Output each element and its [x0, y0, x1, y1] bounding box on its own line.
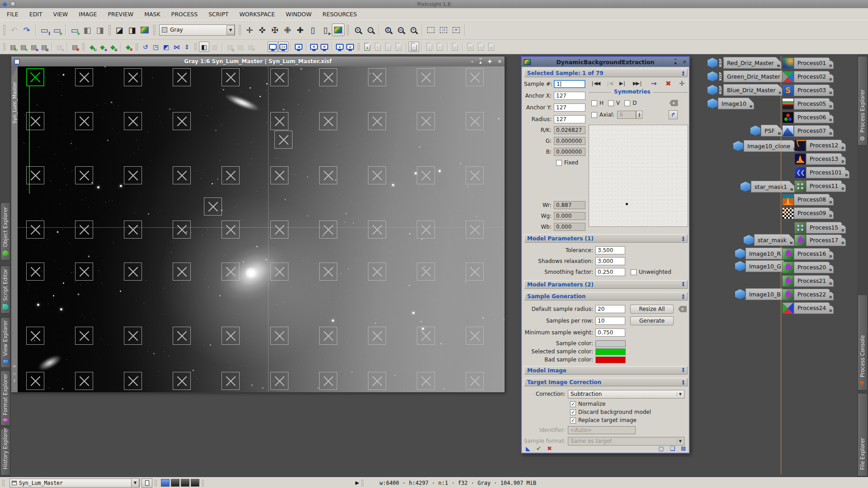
apply-icon[interactable]: ✔ [536, 445, 541, 452]
clear-samples-icon[interactable]: ✕ [678, 306, 687, 312]
dbe-sample-box[interactable] [173, 112, 191, 130]
readout-swatch-active[interactable] [161, 479, 170, 487]
shade-icon[interactable]: ▔▲ [479, 60, 481, 63]
screen-danger-icon[interactable]: ◉ [335, 42, 345, 52]
sample-number-input[interactable]: 1 [554, 80, 585, 88]
center-image-icon[interactable]: ✛ [243, 23, 256, 36]
file-add-icon[interactable]: + [383, 42, 393, 52]
dbe-sample-box[interactable] [75, 112, 93, 130]
dbe-sample-box[interactable] [173, 166, 191, 184]
dbe-sample-box[interactable] [173, 263, 191, 281]
cursor-panel-icon[interactable]: ▯➤ [319, 23, 332, 36]
dbe-titlebar[interactable]: DynamicBackgroundExtraction ▔▲ ✕ [522, 57, 689, 67]
icons-delete-icon[interactable]: ◆✖ [123, 42, 133, 52]
dbe-sample-box[interactable] [417, 263, 435, 281]
browse-doc-icon[interactable]: ❏ [670, 445, 675, 452]
minimize-icon[interactable]: – [471, 59, 474, 65]
invert-display-icon[interactable]: ◪ [113, 23, 126, 36]
smoothing-input[interactable]: 0.250 [595, 268, 625, 276]
dbe-sample-box[interactable] [26, 112, 44, 130]
explorer-tab-process-explorer[interactable]: Process Explorer⚙ [858, 56, 868, 145]
stf-disabled-icon[interactable]: ▨ [209, 42, 220, 52]
image-icon-star_mask1[interactable]: star_mask1N [741, 181, 795, 192]
process-save-disabled-icon[interactable]: ▤▪ [54, 42, 65, 52]
zoom-11-icon[interactable]: 1 [382, 23, 394, 36]
crop-icon[interactable]: ◳ [151, 42, 161, 52]
dbe-sample-box[interactable] [274, 131, 292, 149]
zoom-fit-icon[interactable]: ↔ [394, 23, 407, 36]
dbe-sample-box[interactable] [222, 327, 240, 345]
image-canvas[interactable] [18, 66, 505, 392]
stf-track-icon[interactable]: ▨● [225, 42, 235, 52]
dbe-sample-box[interactable] [75, 263, 93, 281]
menu-workspace[interactable]: WORKSPACE [234, 9, 280, 19]
screen-close-all-icon[interactable]: ✖ [319, 42, 330, 52]
resize-icon[interactable]: ↕ [13, 379, 16, 383]
dbe-sample-box[interactable] [368, 112, 386, 130]
dbe-sample-box[interactable] [270, 372, 288, 390]
explorer-tab-file-explorer[interactable]: File Explorer [858, 393, 868, 476]
file-options-icon[interactable]: ✱ [465, 42, 476, 52]
drag-instance-icon[interactable]: ◣ [526, 445, 530, 452]
file-new-icon[interactable]: + [362, 42, 373, 52]
dbe-sample-box[interactable] [466, 221, 484, 239]
dbe-sample-box[interactable] [222, 263, 240, 281]
dbe-sample-box[interactable] [270, 221, 288, 239]
axial-symmetry-icon[interactable]: ↱ [669, 110, 678, 119]
dbe-sample-box[interactable] [222, 372, 240, 390]
zoom-out-icon[interactable]: − [364, 23, 377, 36]
resample-icon[interactable]: ⇕ [182, 42, 192, 52]
new-window-icon[interactable]: ▭+ [68, 23, 81, 36]
dbe-sample-box[interactable] [417, 68, 435, 86]
view-select-dropdown[interactable]: Syn_Lum_Master ▼ [9, 479, 140, 488]
toolbar-grip[interactable] [194, 43, 197, 51]
dbe-sample-box[interactable] [466, 327, 484, 345]
dbe-sample-box[interactable] [75, 68, 93, 86]
process-icon-process01[interactable]: Process01ND [782, 57, 834, 69]
process-new-icon[interactable]: ▤+ [18, 42, 28, 52]
replace-checkbox[interactable]: ✓ [570, 418, 576, 423]
dbe-sample-box[interactable] [75, 372, 93, 390]
file-close-icon[interactable]: ✖ [486, 42, 496, 52]
process-icon-process17[interactable]: Process17ND [794, 234, 846, 246]
explorer-tab-history-explorer[interactable]: History Explorer [0, 428, 10, 475]
menu-mask[interactable]: MASK [139, 9, 165, 19]
process-icon-process08[interactable]: Process08ND [782, 193, 834, 206]
section-target-correction[interactable]: Target Image Correction ▲▲ [524, 378, 688, 386]
image-icon-star_mask[interactable]: star_maskN [744, 234, 794, 246]
tolerance-input[interactable]: 3.500 [595, 246, 625, 254]
identifier-input[interactable]: <Auto> [568, 426, 636, 434]
dbe-sample-box[interactable] [222, 166, 240, 184]
dbe-sample-box[interactable] [368, 327, 386, 345]
sym-v-checkbox[interactable] [608, 100, 614, 106]
rotate-icon[interactable]: ↺ [140, 42, 151, 52]
stf-apply-icon[interactable]: ▨✓ [235, 42, 245, 52]
section-model-parameters-2[interactable]: Model Parameters (2) ▼▼ [524, 280, 688, 289]
shadows-input[interactable]: 3.000 [595, 257, 625, 265]
dbe-shade-icon[interactable]: ▔▲ [674, 60, 676, 64]
dbe-sample-box[interactable] [417, 372, 435, 390]
image-icon-image10[interactable]: Image10N [708, 98, 754, 109]
dbe-sample-box[interactable] [124, 327, 142, 345]
image-icon-image10_clone[interactable]: Image10_cloneN [733, 140, 798, 152]
toolbar-grip[interactable] [3, 43, 6, 51]
prev-sample-icon[interactable]: ❘◀ [606, 80, 612, 86]
dbe-sample-box[interactable] [368, 68, 386, 86]
shrink-dialog-icon[interactable]: ⊠ [681, 445, 686, 452]
undo-icon[interactable]: ↶ [8, 23, 20, 36]
redo-icon[interactable]: ↷ [20, 23, 33, 36]
resize-all-button[interactable]: Resize All [630, 305, 674, 314]
explorer-tab-view-explorer[interactable]: View Explorer [0, 317, 10, 368]
menu-view[interactable]: VIEW [48, 9, 74, 19]
select-mode-icon[interactable] [425, 23, 437, 36]
dbe-sample-box[interactable] [466, 166, 484, 184]
toolbar-grip[interactable] [153, 24, 156, 35]
file-explore-icon[interactable]: ◌ [409, 42, 419, 52]
section-selected-sample[interactable]: Selected Sample: 1 of 79 ▲▲ [524, 69, 688, 77]
dbe-sample-box[interactable] [417, 112, 435, 130]
image-icon-blue_driz_master[interactable]: XISFBlue_Driz_MasterN [708, 84, 783, 96]
dbe-sample-box[interactable] [368, 263, 386, 281]
dbe-sample-box[interactable] [270, 112, 288, 130]
process-list-icon[interactable]: ▤≡ [39, 42, 49, 52]
dbe-sample-box[interactable] [417, 221, 435, 239]
